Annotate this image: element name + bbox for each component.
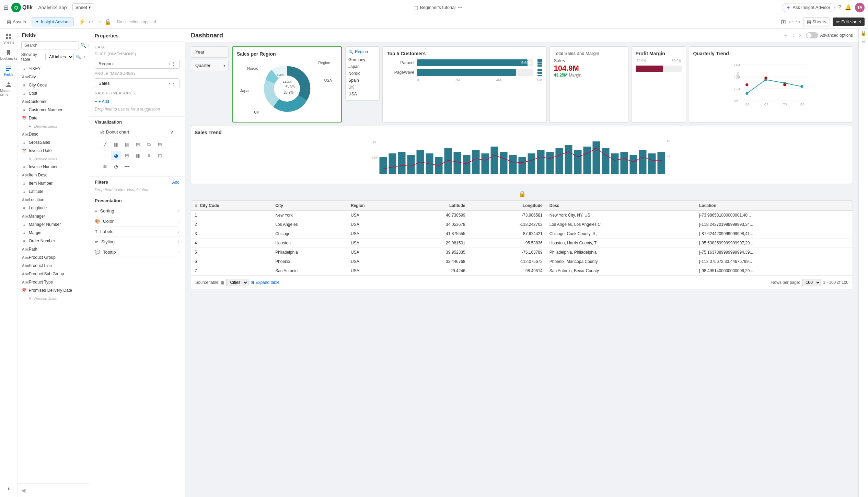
field-item-itemnumber[interactable]: # Item Number — [18, 179, 89, 187]
add-dashboard-icon[interactable]: + — [784, 32, 788, 39]
field-item-ordernumber[interactable]: # Order Number — [18, 237, 89, 245]
field-item-derived-invoice[interactable]: ↳ Derived fields — [18, 155, 89, 163]
chart-multi-icon[interactable]: ⊟ — [155, 140, 165, 149]
angle-field-row[interactable]: Sales › ⋮ — [95, 78, 180, 88]
col-latitude[interactable]: Latitude — [401, 201, 469, 211]
field-item-derived-promised[interactable]: ↳ Derived fields — [18, 294, 89, 302]
search-table-icon[interactable]: 🔍 — [76, 55, 81, 59]
field-item-desc[interactable]: Abc Desc — [18, 130, 89, 138]
field-item-manager[interactable]: Abc Manager — [18, 212, 89, 220]
menu-icon[interactable]: ⋮ — [171, 61, 176, 66]
chart-scatter-icon[interactable]: ⁙ — [100, 151, 110, 160]
pres-styling-row[interactable]: ✏ Styling › — [95, 237, 180, 247]
assets-tab[interactable]: ▤ Assets — [3, 18, 30, 26]
field-item-citycode[interactable]: # City Code — [18, 81, 89, 89]
region-item-japan[interactable]: Japan — [348, 63, 377, 70]
field-item-grosssales[interactable]: # GrossSales — [18, 138, 89, 147]
quarter-filter-box[interactable]: Quarter ▾ — [191, 60, 229, 71]
donut-chevron-icon[interactable]: ∧ — [171, 129, 174, 135]
col-city[interactable]: City — [272, 201, 347, 211]
field-item-location[interactable]: Abc Location — [18, 196, 89, 204]
field-item-key[interactable]: # %KEY — [18, 65, 89, 73]
sheet-selector[interactable]: Sheet ▾ — [72, 3, 94, 11]
chart-pie-icon[interactable]: ◕ — [111, 151, 121, 160]
undo-nav-icon[interactable]: ↩ — [789, 19, 793, 25]
chart-box-icon[interactable]: ⊡ — [155, 151, 165, 160]
insight-advisor-search[interactable]: ✦ Ask Insight Advisor — [782, 3, 835, 12]
region-item-nordic[interactable]: Nordic — [348, 70, 377, 77]
sidebar-item-fields[interactable]: Fields — [0, 63, 18, 79]
grid-menu-icon[interactable]: ⊞ — [3, 4, 9, 11]
field-item-cost[interactable]: # Cost — [18, 89, 89, 97]
sidebar-item-bookmarks[interactable]: Bookmarks — [0, 47, 18, 62]
field-item-productline[interactable]: Abc Product Line — [18, 262, 89, 270]
field-item-path[interactable]: Abc Path — [18, 245, 89, 253]
field-item-margin[interactable]: # Margin — [18, 229, 89, 237]
chart-dist-icon[interactable]: ≋ — [100, 162, 110, 171]
region-item-uk[interactable]: UK — [348, 84, 377, 91]
expand-table-btn[interactable]: ⊞ Expand table — [251, 280, 279, 285]
toggle-switch[interactable] — [806, 32, 818, 38]
region-item-germany[interactable]: Germany — [348, 56, 377, 63]
region-item-spain[interactable]: Spain — [348, 77, 377, 84]
help-icon[interactable]: ? — [838, 4, 841, 11]
field-item-productgroup[interactable]: Abc Product Group — [18, 253, 89, 262]
expand-icon[interactable]: › — [169, 81, 170, 86]
undo-icon[interactable]: ↩ — [88, 18, 94, 26]
chart-bar-h-icon[interactable]: ▤ — [122, 140, 132, 149]
chart-pivot-icon[interactable]: ⊞ — [122, 151, 132, 160]
col-citycode[interactable]: ⇅ City Code — [191, 201, 272, 211]
chart-combo-icon[interactable]: ⊞ — [133, 140, 143, 149]
user-avatar[interactable]: TA — [855, 3, 865, 12]
quarter-dropdown-icon[interactable]: ▾ — [223, 63, 225, 68]
magic-icon[interactable]: ⚡ — [77, 18, 86, 26]
region-item-usa[interactable]: USA — [348, 91, 377, 97]
add-field-icon[interactable]: + — [88, 42, 89, 48]
redo-nav-icon[interactable]: ↪ — [796, 19, 800, 25]
more-options-icon[interactable]: ••• — [458, 5, 462, 10]
add-table-icon[interactable]: + — [83, 55, 85, 59]
add-filter-button[interactable]: + Add — [169, 180, 180, 185]
col-desc[interactable]: Desc — [546, 201, 696, 211]
col-longitude[interactable]: Longitude — [469, 201, 546, 211]
field-item-date[interactable]: 📅 Date — [18, 114, 89, 122]
chart-line-icon[interactable]: ╱ — [100, 140, 110, 149]
col-region[interactable]: Region — [347, 201, 401, 211]
expand-icon[interactable]: › — [169, 61, 170, 66]
add-measure-row[interactable]: + + Add — [95, 98, 180, 105]
prev-arrow-icon[interactable]: ‹ — [790, 32, 796, 39]
field-item-latitude[interactable]: # Latitude — [18, 187, 89, 196]
pres-tooltip-row[interactable]: 💬 Tooltip › — [95, 247, 180, 257]
sidebar-item-collapse[interactable] — [5, 483, 12, 494]
search-icon[interactable]: 🔍 — [80, 43, 86, 48]
notification-icon[interactable]: 🔔 — [845, 4, 852, 11]
sidebar-item-master[interactable]: Master items — [0, 79, 18, 99]
col-location[interactable]: Location — [696, 201, 853, 211]
right-edge-lock-icon[interactable]: 🔒 — [860, 30, 866, 36]
year-filter-box[interactable]: Year — [191, 46, 229, 58]
sheets-button[interactable]: ▤ Sheets — [803, 17, 830, 26]
field-item-longitude[interactable]: # Longitude — [18, 204, 89, 212]
table-select[interactable]: All tables — [45, 53, 74, 61]
pres-labels-row[interactable]: T Labels › — [95, 227, 180, 237]
chart-more-icon[interactable]: ••• — [122, 162, 132, 171]
pres-color-row[interactable]: 🎨 Color › — [95, 216, 180, 227]
edit-sheet-button[interactable]: ✏ Edit sheet — [833, 18, 865, 26]
field-item-producttype[interactable]: Abc Product Type — [18, 278, 89, 286]
slice-field-row[interactable]: Region › ⋮ — [95, 59, 180, 69]
rows-per-page-select[interactable]: 100 — [802, 279, 821, 286]
field-item-customer[interactable]: Abc Customer — [18, 97, 89, 106]
chart-treemap-icon[interactable]: ▦ — [133, 151, 143, 160]
right-edge-scroll[interactable]: ⊟ — [861, 38, 866, 44]
field-item-derived-date[interactable]: ↳ Derived fields — [18, 122, 89, 130]
chart-waterfall-icon[interactable]: ≡ — [144, 151, 154, 160]
search-input[interactable] — [21, 41, 79, 49]
menu-icon[interactable]: ⋮ — [171, 81, 176, 86]
field-item-itemdesc[interactable]: Abc Item Desc — [18, 171, 89, 179]
field-item-invoicenumber[interactable]: # Invoice Number — [18, 163, 89, 171]
source-table-select[interactable]: Cities — [226, 279, 248, 286]
pres-sorting-row[interactable]: ≡ Sorting › — [95, 206, 180, 216]
field-item-city[interactable]: Abc City — [18, 73, 89, 81]
field-item-invoicedate[interactable]: 📅 Invoice Date — [18, 147, 89, 155]
field-item-productsubgroup[interactable]: Abc Product Sub Group — [18, 270, 89, 278]
